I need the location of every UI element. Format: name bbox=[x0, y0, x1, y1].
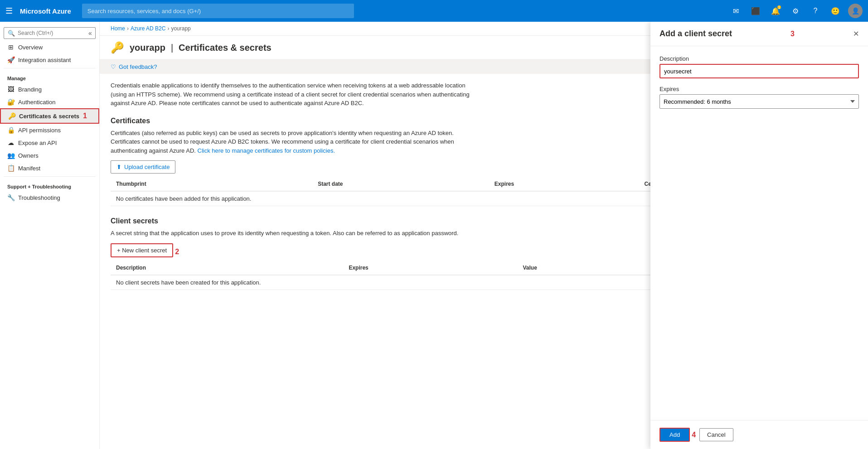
new-client-secret-button[interactable]: + New client secret bbox=[111, 243, 173, 257]
feedback-link[interactable]: Got feedback? bbox=[119, 63, 157, 70]
sidebar-item-authentication[interactable]: 🔐 Authentication bbox=[0, 96, 99, 108]
sidebar-item-label: Troubleshooting bbox=[18, 194, 60, 201]
global-search-input[interactable] bbox=[82, 4, 354, 18]
integration-icon: 🚀 bbox=[7, 56, 15, 63]
sidebar-divider-2 bbox=[4, 176, 96, 177]
brand-name: Microsoft Azure bbox=[20, 7, 71, 15]
description-field-group: Description bbox=[659, 55, 859, 78]
notification-badge: 1 bbox=[777, 5, 781, 9]
sidebar-item-troubleshooting[interactable]: 🔧 Troubleshooting bbox=[0, 191, 99, 204]
col-value: Value bbox=[518, 261, 661, 275]
sidebar-item-label: Integration assistant bbox=[18, 57, 71, 63]
feedback-heart-icon: ♡ bbox=[111, 63, 116, 70]
collapse-icon[interactable]: « bbox=[88, 29, 92, 37]
col-expires: Expires bbox=[343, 261, 517, 275]
intro-text: Credentials enable applications to ident… bbox=[111, 81, 482, 108]
breadcrumb-adb2c[interactable]: Azure AD B2C bbox=[131, 25, 165, 32]
step-2-badge: 2 bbox=[175, 248, 179, 256]
sidebar-item-certs[interactable]: 🔑 Certificates & secrets 1 bbox=[0, 108, 99, 124]
certificates-desc: Certificates (also referred as public ke… bbox=[111, 129, 482, 155]
sidebar-search-container[interactable]: 🔍 « bbox=[4, 27, 96, 39]
manage-certs-link[interactable]: Click here to manage certificates for cu… bbox=[198, 147, 335, 154]
branding-icon: 🖼 bbox=[7, 86, 15, 93]
breadcrumb-current: yourapp bbox=[171, 25, 190, 32]
overview-icon: ⊞ bbox=[7, 43, 15, 51]
add-secret-button[interactable]: Add bbox=[659, 428, 690, 442]
step-4-badge: 4 bbox=[692, 431, 696, 439]
breadcrumb-home[interactable]: Home bbox=[111, 25, 125, 32]
panel-header: Add a client secret 3 ✕ bbox=[650, 22, 868, 46]
owners-icon: 👥 bbox=[7, 152, 15, 159]
sidebar: 🔍 « ⊞ Overview 🚀 Integration assistant M… bbox=[0, 22, 100, 449]
feedback-icon[interactable]: 🙂 bbox=[828, 4, 843, 18]
notifications-icon[interactable]: 🔔 1 bbox=[768, 4, 783, 18]
title-separator: | bbox=[171, 43, 173, 53]
sidebar-item-label: Owners bbox=[18, 152, 39, 159]
search-icon: 🔍 bbox=[8, 30, 15, 37]
breadcrumb-sep-2: › bbox=[167, 25, 169, 32]
top-navigation: ☰ Microsoft Azure ✉ ⬛ 🔔 1 ⚙ ? 🙂 👤 bbox=[0, 0, 868, 22]
sidebar-search-input[interactable] bbox=[18, 30, 86, 36]
expires-select[interactable]: Recommended: 6 months 3 months 12 months… bbox=[659, 94, 859, 109]
cloud-shell-icon[interactable]: ⬛ bbox=[748, 4, 763, 18]
client-secrets-desc: A secret string that the application use… bbox=[111, 229, 482, 238]
upload-certificate-button[interactable]: ⬆ Upload certificate bbox=[111, 160, 175, 174]
panel-body: Description Expires Recommended: 6 month… bbox=[650, 46, 868, 420]
user-avatar[interactable]: 👤 bbox=[848, 4, 863, 18]
topnav-icons: ✉ ⬛ 🔔 1 ⚙ ? 🙂 👤 bbox=[728, 4, 863, 18]
sidebar-item-manifest[interactable]: 📋 Manifest bbox=[0, 162, 99, 174]
description-label: Description bbox=[659, 55, 859, 62]
step-1-badge: 1 bbox=[83, 112, 87, 120]
sidebar-item-label: Expose an API bbox=[18, 140, 57, 146]
col-start-date: Start date bbox=[312, 177, 489, 191]
breadcrumb-sep-1: › bbox=[127, 25, 129, 32]
expires-label: Expires bbox=[659, 86, 859, 92]
sidebar-item-label: Authentication bbox=[18, 99, 55, 106]
help-icon[interactable]: ? bbox=[808, 4, 823, 18]
app-name: yourapp bbox=[130, 43, 165, 53]
sidebar-item-branding[interactable]: 🖼 Branding bbox=[0, 83, 99, 96]
sidebar-item-expose-api[interactable]: ☁ Expose an API bbox=[0, 136, 99, 149]
description-input[interactable] bbox=[659, 64, 859, 78]
sidebar-item-api-permissions[interactable]: 🔒 API permissions bbox=[0, 124, 99, 136]
panel-title: Add a client secret bbox=[659, 29, 732, 39]
sidebar-item-label: API permissions bbox=[18, 127, 61, 134]
certs-icon: 🔑 bbox=[8, 112, 15, 120]
upload-icon: ⬆ bbox=[116, 164, 121, 170]
hamburger-menu[interactable]: ☰ bbox=[5, 6, 13, 16]
panel-footer: Add 4 Cancel bbox=[650, 420, 868, 449]
sidebar-item-label: Manifest bbox=[18, 165, 40, 172]
page-icon: 🔑 bbox=[111, 41, 124, 54]
step-3-badge: 3 bbox=[790, 30, 795, 38]
sidebar-item-label: Certificates & secrets bbox=[19, 113, 79, 120]
col-expires: Expires bbox=[489, 177, 639, 191]
authentication-icon: 🔐 bbox=[7, 98, 15, 106]
sidebar-item-label: Branding bbox=[18, 86, 42, 93]
manage-section-label: Manage bbox=[0, 70, 99, 83]
col-thumbprint: Thumbprint bbox=[111, 177, 312, 191]
sidebar-item-label: Overview bbox=[18, 44, 43, 51]
manifest-icon: 📋 bbox=[7, 164, 15, 172]
col-desc: Description bbox=[111, 261, 343, 275]
api-icon: 🔒 bbox=[7, 126, 15, 134]
add-client-secret-panel: Add a client secret 3 ✕ Description Expi… bbox=[650, 22, 868, 449]
email-icon[interactable]: ✉ bbox=[728, 4, 743, 18]
expose-icon: ☁ bbox=[7, 139, 15, 146]
sidebar-item-owners[interactable]: 👥 Owners bbox=[0, 149, 99, 162]
cancel-button[interactable]: Cancel bbox=[699, 428, 733, 441]
sidebar-item-overview[interactable]: ⊞ Overview bbox=[0, 41, 99, 53]
troubleshooting-icon: 🔧 bbox=[7, 194, 15, 201]
sidebar-divider-1 bbox=[4, 68, 96, 68]
panel-close-button[interactable]: ✕ bbox=[853, 29, 859, 38]
expires-field-group: Expires Recommended: 6 months 3 months 1… bbox=[659, 86, 859, 109]
sidebar-item-integration[interactable]: 🚀 Integration assistant bbox=[0, 53, 99, 66]
settings-icon[interactable]: ⚙ bbox=[788, 4, 803, 18]
page-title: Certificates & secrets bbox=[179, 43, 272, 53]
support-section-label: Support + Troubleshooting bbox=[0, 179, 99, 191]
